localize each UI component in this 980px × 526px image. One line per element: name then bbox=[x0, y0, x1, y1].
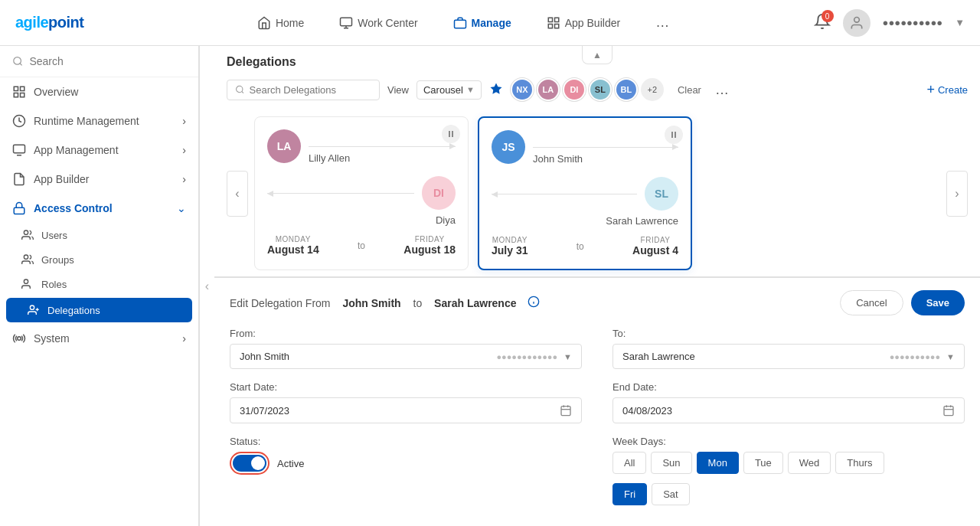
svg-rect-12 bbox=[21, 87, 24, 90]
clear-button[interactable]: Clear bbox=[671, 81, 707, 99]
logo-text: agilepoint bbox=[15, 14, 83, 31]
edit-header: Edit Delegation From John Smith to Sarah… bbox=[230, 290, 965, 315]
nav-more[interactable]: … bbox=[649, 11, 677, 34]
card-2-to-sep: to bbox=[577, 241, 584, 252]
card-1-to-name: Diya bbox=[267, 214, 456, 226]
nav-home-label: Home bbox=[276, 17, 304, 29]
sidebar-item-runtime[interactable]: Runtime Management › bbox=[0, 106, 198, 136]
sidebar-item-appbuilder[interactable]: App Builder › bbox=[0, 165, 198, 194]
filter-star bbox=[489, 82, 503, 98]
view-dropdown[interactable]: Carousel ▼ bbox=[416, 80, 482, 100]
logo: agilepoint bbox=[15, 14, 83, 31]
sidebar-item-groups[interactable]: Groups bbox=[0, 247, 198, 272]
nav-home[interactable]: Home bbox=[251, 13, 310, 33]
card-2-to-row: SL bbox=[492, 177, 678, 211]
logo-point: point bbox=[48, 14, 83, 31]
monitor-icon bbox=[339, 16, 353, 30]
sidebar-item-system[interactable]: System › bbox=[0, 324, 198, 353]
svg-rect-11 bbox=[14, 87, 18, 90]
day-btn-mon[interactable]: Mon bbox=[697, 452, 739, 474]
svg-point-25 bbox=[18, 337, 21, 341]
to-chevron-icon: ▼ bbox=[946, 352, 955, 361]
nav-appbuilder-label: App Builder bbox=[565, 17, 620, 29]
more-options-button[interactable]: … bbox=[715, 82, 730, 98]
sidebar-search-input[interactable] bbox=[29, 55, 186, 67]
main-layout: Overview Runtime Management › App Manage… bbox=[0, 46, 980, 526]
chevron-down-icon: › bbox=[182, 115, 186, 127]
card-2-to-name: Sarah Lawrence bbox=[492, 215, 678, 227]
user-chevron-icon[interactable]: ▼ bbox=[955, 17, 965, 28]
card-1-to-avatar: DI bbox=[422, 176, 456, 210]
sidebar-item-overview[interactable]: Overview bbox=[0, 77, 198, 106]
sidebar-item-roles[interactable]: Roles bbox=[0, 272, 198, 296]
sidebar-item-delegations[interactable]: Delegations bbox=[6, 298, 192, 322]
create-button[interactable]: + Create bbox=[926, 82, 968, 98]
start-date-input[interactable]: 31/07/2023 bbox=[230, 397, 582, 423]
status-value: Active bbox=[277, 458, 304, 469]
day-btn-sat[interactable]: Sat bbox=[652, 483, 690, 505]
sidebar-item-accesscontrol[interactable]: Access Control ⌄ bbox=[0, 194, 198, 223]
notification-button[interactable]: 0 bbox=[814, 13, 831, 32]
star-icon bbox=[489, 82, 503, 96]
from-field: From: John Smith ●●●●●●●●●●●● ▼ bbox=[230, 328, 582, 369]
chip-plus[interactable]: +2 bbox=[641, 78, 664, 101]
to-select[interactable]: Sarah Lawrence ●●●●●●●●●● ▼ bbox=[612, 344, 965, 369]
chip-bl[interactable]: BL bbox=[615, 78, 638, 101]
delegations-panel: Delegations View Carousel ▼ NX LA bbox=[214, 46, 980, 277]
chip-di[interactable]: DI bbox=[563, 78, 586, 101]
sidebar-toggle[interactable]: ‹ bbox=[199, 46, 214, 526]
svg-point-21 bbox=[24, 279, 28, 283]
card-1-from-date: MONDAY August 14 bbox=[267, 235, 319, 256]
chip-sl[interactable]: SL bbox=[589, 78, 612, 101]
collapse-arrow-button[interactable]: ▲ bbox=[582, 46, 612, 64]
delegations-search-input[interactable] bbox=[250, 84, 371, 96]
svg-rect-16 bbox=[14, 145, 25, 153]
carousel-prev-button[interactable]: ‹ bbox=[227, 171, 248, 217]
save-button[interactable]: Save bbox=[911, 290, 965, 315]
pause-icon-2 bbox=[669, 130, 678, 139]
home-icon bbox=[257, 16, 271, 30]
card-1-to-sep: to bbox=[358, 240, 365, 251]
nav-appbuilder[interactable]: App Builder bbox=[541, 13, 626, 33]
nav-right: 0 ●●●●●●●●●● ▼ bbox=[814, 9, 965, 37]
day-btn-thurs[interactable]: Thurs bbox=[835, 452, 884, 474]
sidebar-item-appmanagement[interactable]: App Management › bbox=[0, 136, 198, 165]
arrow-line-1 bbox=[309, 146, 456, 147]
day-btn-tue[interactable]: Tue bbox=[743, 452, 783, 474]
svg-marker-28 bbox=[490, 83, 501, 93]
edit-from-label: Edit Delegation From bbox=[230, 297, 331, 309]
sidebar-item-users[interactable]: Users bbox=[0, 223, 198, 247]
day-btn-sun[interactable]: Sun bbox=[651, 452, 691, 474]
sidebar-label-groups: Groups bbox=[41, 254, 74, 266]
day-btn-all[interactable]: All bbox=[612, 452, 646, 474]
sidebar-label-appmanagement: App Management bbox=[34, 144, 119, 156]
chip-la[interactable]: LA bbox=[537, 78, 560, 101]
user-icon bbox=[849, 15, 864, 31]
runtime-icon bbox=[12, 114, 26, 128]
nav-workcenter[interactable]: Work Center bbox=[333, 13, 423, 33]
svg-rect-31 bbox=[671, 132, 673, 138]
card-2-from-date: MONDAY July 31 bbox=[492, 236, 528, 256]
svg-rect-6 bbox=[548, 24, 552, 28]
svg-rect-0 bbox=[341, 18, 352, 26]
cancel-button[interactable]: Cancel bbox=[840, 290, 903, 315]
end-date-input[interactable]: 04/08/2023 bbox=[612, 397, 965, 423]
svg-rect-18 bbox=[14, 207, 24, 214]
card-pause-button-2[interactable] bbox=[665, 126, 683, 144]
from-label: From: bbox=[230, 328, 582, 339]
svg-rect-13 bbox=[14, 93, 18, 97]
status-toggle-wrap[interactable] bbox=[230, 452, 270, 475]
status-toggle[interactable] bbox=[233, 455, 266, 472]
user-avatar[interactable] bbox=[843, 9, 871, 37]
nav-manage[interactable]: Manage bbox=[447, 13, 518, 33]
card-pause-button-1[interactable] bbox=[442, 125, 460, 143]
chip-nx[interactable]: NX bbox=[511, 78, 534, 101]
delegation-card-1: LA Lilly Allen DI Diya bbox=[254, 116, 469, 270]
day-btn-wed[interactable]: Wed bbox=[788, 452, 831, 474]
from-select[interactable]: John Smith ●●●●●●●●●●●● ▼ bbox=[230, 344, 582, 369]
day-btn-fri[interactable]: Fri bbox=[612, 483, 647, 505]
carousel-next-button[interactable]: › bbox=[946, 171, 968, 217]
svg-line-27 bbox=[242, 91, 243, 93]
weekdays-field: Week Days: All Sun Mon Tue Wed Thurs Fri… bbox=[612, 436, 965, 505]
carousel-cards: LA Lilly Allen DI Diya bbox=[248, 110, 946, 276]
